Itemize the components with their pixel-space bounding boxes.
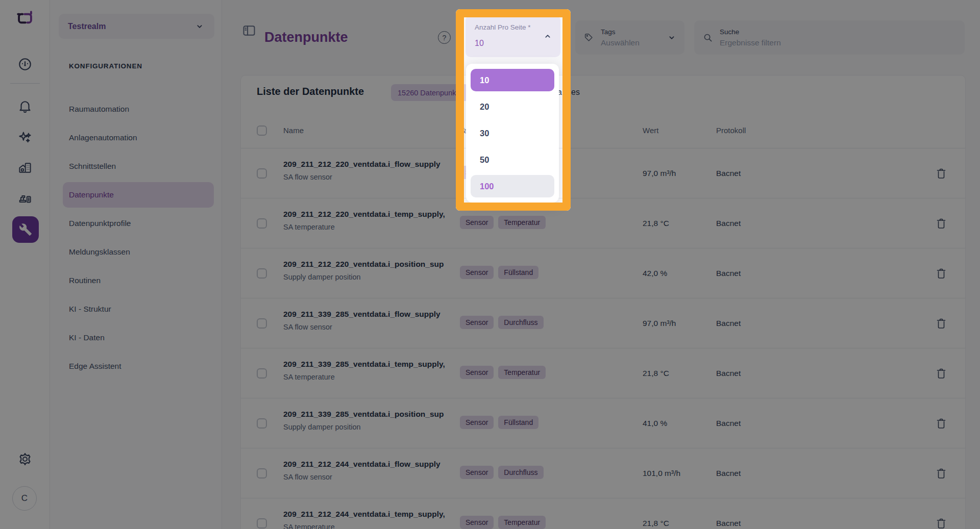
notifications-bell-icon[interactable] bbox=[17, 98, 33, 114]
datapoint-name-block: 209_211_339_285_ventdata.i_flow_supply S… bbox=[283, 310, 458, 331]
trash-icon bbox=[935, 517, 947, 529]
tag-group: SensorTemperatur bbox=[460, 516, 546, 529]
row-checkbox[interactable] bbox=[257, 218, 267, 229]
per-page-label: Anzahl Pro Seite * bbox=[475, 23, 531, 31]
tag-sensor: Sensor bbox=[460, 316, 494, 329]
tag-sensor: Sensor bbox=[460, 366, 494, 379]
table-row: 209_211_212_220_ventdata.i_flow_supply S… bbox=[241, 148, 965, 198]
datapoint-protocol: Bacnet bbox=[716, 169, 741, 178]
table-row: 209_211_339_285_ventdata.i_flow_supply S… bbox=[241, 298, 965, 348]
tag-temperatur: Temperatur bbox=[498, 516, 546, 529]
tag-group: SensorFüllstand bbox=[460, 416, 538, 429]
hardware-pipe-icon[interactable] bbox=[17, 191, 33, 206]
datapoint-value: 101,0 m³/h bbox=[643, 469, 680, 478]
datapoint-description: SA flow sensor bbox=[283, 323, 458, 331]
delete-row-button[interactable] bbox=[935, 267, 947, 280]
sidebar-item-schnittstellen[interactable]: Schnittstellen bbox=[63, 154, 214, 179]
tags-filter-label: Tags bbox=[601, 28, 640, 36]
avatar-initial: C bbox=[21, 493, 28, 503]
datapoint-protocol: Bacnet bbox=[716, 419, 741, 428]
sidebar-item-meldungsklassen[interactable]: Meldungsklassen bbox=[63, 239, 214, 265]
delete-row-button[interactable] bbox=[935, 417, 947, 430]
tag-sensor: Sensor bbox=[460, 216, 494, 229]
help-icon[interactable]: ? bbox=[438, 31, 451, 44]
per-page-option-20[interactable]: 20 bbox=[471, 95, 554, 118]
trash-icon bbox=[935, 417, 947, 430]
datapoints-card: Liste der Datenpunkte 15260 Datenpunkte … bbox=[240, 75, 966, 529]
datapoint-protocol: Bacnet bbox=[716, 519, 741, 528]
datapoint-value: 97,0 m³/h bbox=[643, 319, 676, 328]
datapoint-name: 209_211_212_220_ventdata.i_flow_supply bbox=[283, 160, 458, 169]
tag-durchfluss: Durchfluss bbox=[498, 316, 543, 329]
delete-row-button[interactable] bbox=[935, 517, 947, 529]
datapoint-value: 97,0 m³/h bbox=[643, 169, 676, 178]
row-checkbox[interactable] bbox=[257, 168, 267, 179]
ai-sparkles-icon[interactable] bbox=[17, 130, 33, 145]
per-page-select[interactable]: Anzahl Pro Seite * 10 bbox=[465, 15, 560, 57]
per-page-option-30[interactable]: 30 bbox=[471, 122, 554, 144]
tag-durchfluss: Durchfluss bbox=[498, 466, 543, 479]
delete-row-button[interactable] bbox=[935, 367, 947, 380]
settings-gear-icon[interactable] bbox=[17, 451, 33, 467]
search-icon bbox=[702, 32, 714, 43]
row-checkbox[interactable] bbox=[257, 518, 267, 528]
row-checkbox[interactable] bbox=[257, 368, 267, 379]
sidebar-toggle-icon[interactable] bbox=[242, 23, 256, 38]
search-placeholder: Ergebnisse filtern bbox=[720, 38, 781, 47]
row-checkbox[interactable] bbox=[257, 318, 267, 329]
sidebar-item-anlagenautomation[interactable]: Anlagenautomation bbox=[63, 125, 214, 150]
datapoint-description: Supply damper position bbox=[283, 423, 458, 431]
delete-row-button[interactable] bbox=[935, 317, 947, 330]
row-checkbox[interactable] bbox=[257, 268, 267, 279]
delete-row-button[interactable] bbox=[935, 217, 947, 230]
page-header: Datenpunkte ? Anzahl Pro Seite * 10 Tags… bbox=[222, 0, 980, 61]
datapoint-description: SA flow sensor bbox=[283, 173, 458, 181]
sidebar-item-edge-assistent[interactable]: Edge Assistent bbox=[63, 354, 214, 379]
table-body: 209_211_212_220_ventdata.i_flow_supply S… bbox=[241, 148, 965, 529]
tag-group: SensorTemperatur bbox=[460, 366, 546, 379]
user-avatar[interactable]: C bbox=[12, 486, 37, 511]
datapoint-description: SA temperature bbox=[283, 223, 458, 231]
datapoint-name: 209_211_212_244_ventdata.i_temp_supply, bbox=[283, 510, 458, 519]
row-checkbox[interactable] bbox=[257, 468, 267, 478]
sidebar-item-datenpunktprofile[interactable]: Datenpunktprofile bbox=[63, 211, 214, 236]
app-logo bbox=[14, 7, 36, 30]
sidebar-item-ki-struktur[interactable]: KI - Struktur bbox=[63, 296, 214, 322]
sidebar-item-raumautomation[interactable]: Raumautomation bbox=[63, 96, 214, 122]
datapoint-value: 21,8 °C bbox=[643, 519, 669, 528]
per-page-option-10[interactable]: 10 bbox=[471, 69, 554, 91]
search-field[interactable]: Suche Ergebnisse filtern bbox=[694, 20, 965, 55]
delete-row-button[interactable] bbox=[935, 167, 947, 180]
chevron-down-icon bbox=[666, 32, 677, 43]
datapoint-name-block: 209_211_212_220_ventdata.i_flow_supply S… bbox=[283, 160, 458, 181]
trash-icon bbox=[935, 267, 947, 280]
table-row: 209_211_212_220_ventdata.i_temp_supply, … bbox=[241, 198, 965, 248]
buildings-icon[interactable] bbox=[17, 160, 33, 175]
per-page-option-100[interactable]: 100 bbox=[471, 175, 554, 197]
row-checkbox[interactable] bbox=[257, 418, 267, 429]
sidebar-item-ki-daten[interactable]: KI - Daten bbox=[63, 325, 214, 350]
datapoint-description: SA temperature bbox=[283, 523, 458, 529]
datapoint-description: Supply damper position bbox=[283, 273, 458, 281]
realm-selector[interactable]: Testrealm bbox=[59, 14, 214, 39]
per-page-option-50[interactable]: 50 bbox=[471, 148, 554, 171]
tag-group: SensorFüllstand bbox=[460, 266, 538, 279]
sidebar-item-datenpunkte[interactable]: Datenpunkte bbox=[63, 182, 214, 208]
realm-name: Testrealm bbox=[68, 22, 194, 31]
datapoint-value: 42,0 % bbox=[643, 269, 667, 278]
datapoint-name: 209_211_339_285_ventdata.i_flow_supply bbox=[283, 310, 458, 319]
datapoint-protocol: Bacnet bbox=[716, 369, 741, 378]
delete-row-button[interactable] bbox=[935, 467, 947, 480]
datapoint-description: SA temperature bbox=[283, 373, 458, 381]
datapoint-protocol: Bacnet bbox=[716, 319, 741, 328]
sidebar-item-routinen[interactable]: Routinen bbox=[63, 268, 214, 293]
select-all-checkbox[interactable] bbox=[257, 125, 267, 136]
datapoint-name: 209_211_212_244_ventdata.i_flow_supply bbox=[283, 460, 458, 469]
datapoint-name-block: 209_211_339_285_ventdata.i_position_sup … bbox=[283, 410, 458, 431]
sidebar-menu: Testrealm KONFIGURATIONEN Raumautomation… bbox=[50, 0, 222, 529]
tags-filter[interactable]: Tags Auswählen bbox=[575, 20, 684, 55]
table-row: 209_211_212_244_ventdata.i_flow_supply S… bbox=[241, 448, 965, 498]
configuration-wrench-tab[interactable] bbox=[12, 216, 39, 243]
dashboard-icon[interactable] bbox=[17, 57, 33, 72]
tag-group: SensorDurchfluss bbox=[460, 316, 544, 329]
